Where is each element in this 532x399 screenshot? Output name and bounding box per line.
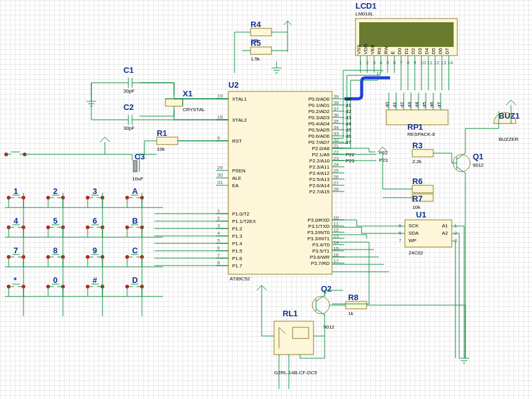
r8: R8 1k	[346, 293, 367, 316]
r3-ref: R3	[412, 141, 423, 150]
svg-text:P3.3/INT1: P3.3/INT1	[307, 236, 330, 242]
keypad-button[interactable]: #	[86, 275, 104, 296]
keypad-button[interactable]: 8	[46, 246, 65, 267]
u1-a1: A1	[442, 223, 448, 229]
keypad-button[interactable]: 3	[86, 187, 104, 208]
svg-text:P1.0/T2: P1.0/T2	[232, 211, 250, 217]
svg-text:#: #	[93, 275, 98, 285]
svg-text:d2: d2	[399, 102, 405, 107]
svg-text:4: 4	[14, 216, 19, 225]
u1-sck: SCK	[409, 223, 419, 229]
svg-text:27: 27	[333, 180, 339, 186]
x1-ref: X1	[183, 89, 193, 98]
svg-text:P22: P22	[346, 152, 355, 158]
svg-text:P1.7: P1.7	[232, 263, 243, 269]
buzzer: BUZ1 BUZZER	[494, 111, 520, 142]
svg-text:P3.4/T0: P3.4/T0	[312, 242, 330, 248]
r6-val: 10k	[412, 204, 421, 210]
reset-button[interactable]	[4, 152, 27, 156]
svg-text:P0.5/AD5: P0.5/AD5	[309, 127, 330, 133]
keypad-button[interactable]: 2	[46, 187, 65, 208]
svg-text:3: 3	[217, 223, 220, 229]
c3: C3 10uF	[132, 152, 145, 182]
svg-text:5: 5	[53, 216, 57, 225]
svg-text:PSEN: PSEN	[232, 168, 246, 174]
u1-p7: 7	[399, 238, 402, 243]
svg-text:D0: D0	[397, 48, 402, 54]
r3: R3 2.2k	[412, 141, 433, 164]
svg-text:1: 1	[217, 208, 220, 214]
keypad-button[interactable]: 1	[7, 187, 25, 208]
svg-text:1: 1	[14, 187, 18, 196]
svg-text:30: 30	[217, 172, 223, 178]
svg-text:7: 7	[14, 246, 18, 255]
svg-text:VDD: VDD	[363, 44, 368, 54]
keypad-button[interactable]: 7	[7, 246, 25, 267]
vcc-arrow-q2	[257, 285, 267, 295]
svg-text:P3.7/RD: P3.7/RD	[311, 261, 330, 266]
rl1-val: G2RL-14B-CF-DC5	[274, 370, 317, 376]
svg-text:37: 37	[333, 106, 339, 112]
keypad-button[interactable]: 0	[46, 275, 65, 296]
svg-text:10: 10	[333, 215, 339, 220]
svg-text:P0.4/AD4: P0.4/AD4	[309, 121, 330, 127]
r8-val: 1k	[348, 311, 354, 316]
svg-rect-46	[251, 28, 272, 36]
svg-text:d7: d7	[436, 102, 442, 107]
rl1-ref: RL1	[283, 309, 298, 318]
r7-ref: R7	[412, 194, 423, 203]
svg-text:P2.4/A12: P2.4/A12	[309, 170, 330, 176]
svg-text:11: 11	[427, 60, 433, 65]
u1-part: 24C02	[409, 250, 423, 256]
svg-text:EA: EA	[232, 183, 239, 188]
r5-ref: R5	[251, 38, 261, 48]
svg-text:3: 3	[93, 187, 97, 196]
respack: RP1 RESPACK-8	[386, 110, 448, 137]
buz-ref: BUZ1	[499, 111, 520, 120]
svg-text:8: 8	[217, 260, 220, 266]
svg-text:d0: d0	[384, 102, 390, 107]
svg-text:d0: d0	[346, 96, 351, 102]
keypad-button[interactable]: C	[125, 246, 144, 267]
svg-text:33: 33	[333, 131, 339, 136]
keypad-button[interactable]: 9	[86, 246, 104, 267]
lcd-ref: LCD1	[355, 1, 376, 10]
svg-text:P0.7/AD7: P0.7/AD7	[309, 140, 330, 145]
lcd-pins: VSS1VDD2VEE3RS4RW5E6D07D18D29D310D411D51…	[356, 44, 453, 73]
svg-text:P0.2/AD2: P0.2/AD2	[309, 109, 330, 114]
svg-text:XTAL2: XTAL2	[232, 117, 247, 123]
svg-text:25: 25	[333, 168, 339, 174]
keypad-button[interactable]: 5	[46, 216, 65, 237]
q1: Q1 9012	[453, 152, 484, 173]
svg-rect-49	[157, 137, 178, 145]
svg-text:A: A	[132, 187, 138, 196]
keypad-button[interactable]: B	[125, 216, 144, 237]
r6: R6	[412, 177, 433, 193]
svg-text:38: 38	[333, 100, 339, 106]
svg-text:P2.0/A8: P2.0/A8	[312, 146, 330, 151]
c2-ref: C2	[123, 103, 134, 112]
svg-text:d6: d6	[429, 102, 434, 107]
svg-text:P1.5: P1.5	[232, 248, 243, 254]
keypad-button[interactable]: 6	[86, 216, 104, 237]
svg-text:E: E	[390, 51, 396, 54]
q2-ref: Q2	[321, 284, 331, 293]
svg-text:24: 24	[333, 162, 339, 167]
keypad-button[interactable]: A	[125, 187, 144, 208]
q1-val: 9012	[473, 162, 484, 168]
svg-text:D6: D6	[438, 48, 443, 54]
keypad-button[interactable]: *	[7, 275, 25, 296]
r6-ref: R6	[412, 177, 423, 186]
svg-text:28: 28	[333, 187, 339, 192]
svg-text:21: 21	[333, 143, 339, 149]
rp1-val: RESPACK-8	[407, 132, 435, 137]
svg-text:14: 14	[447, 60, 453, 65]
svg-text:9: 9	[217, 135, 220, 141]
u1-wp: WP	[409, 238, 417, 243]
svg-text:34: 34	[333, 125, 339, 130]
svg-text:D5: D5	[431, 48, 436, 54]
keypad-button[interactable]: D	[125, 275, 144, 296]
svg-text:9: 9	[93, 246, 97, 255]
keypad-button[interactable]: 4	[7, 216, 25, 237]
svg-text:VSS: VSS	[356, 44, 362, 54]
